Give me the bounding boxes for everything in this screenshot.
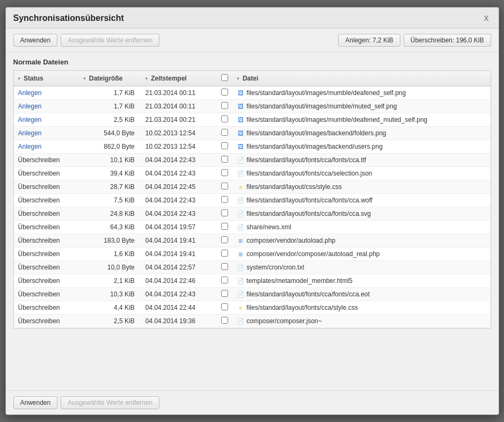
row-checkbox[interactable]	[221, 223, 228, 230]
cell-timestamp: 04.04.2014 22:44	[141, 301, 217, 315]
cell-checkbox	[217, 261, 232, 274]
row-checkbox[interactable]	[221, 303, 228, 310]
cell-checkbox	[217, 100, 232, 113]
file-generic-icon: 📄	[237, 197, 244, 204]
file-path: files/standard/layout/fonts/cca/fonts/cc…	[246, 290, 369, 298]
table-row: Überschreiben39,4 KiB04.04.2014 22:43📄fi…	[14, 167, 491, 180]
file-path: composer/composer.json~	[246, 317, 322, 325]
row-checkbox[interactable]	[221, 102, 228, 109]
cell-status: Anlegen	[14, 113, 79, 127]
image-icon: 🖼	[237, 129, 244, 137]
cell-file: 📄share/news.xml	[232, 221, 490, 234]
cell-status: Überschreiben	[14, 180, 79, 194]
table-row: Überschreiben4,4 KiB04.04.2014 22:44≡fil…	[14, 301, 491, 315]
close-button[interactable]: X	[481, 13, 491, 24]
table-row: Anlegen1,7 KiB21.03.2014 00:11🖼files/sta…	[14, 100, 491, 113]
row-checkbox[interactable]	[221, 209, 228, 216]
cell-timestamp: 04.04.2014 22:43	[141, 207, 217, 221]
image-icon: 🖼	[237, 103, 244, 110]
cell-checkbox	[217, 234, 232, 248]
cell-size: 39,4 KiB	[79, 167, 141, 180]
cell-file: 📄files/standard/layout/fonts/cca/fonts/c…	[232, 207, 490, 221]
row-checkbox[interactable]	[221, 263, 228, 270]
cell-status: Überschreiben	[14, 194, 79, 207]
table-row: Überschreiben2,5 KiB04.04.2014 19:36📄com…	[14, 315, 491, 328]
cell-size: 24,8 KiB	[79, 207, 141, 221]
cell-size: 862,0 Byte	[79, 140, 141, 154]
main-content: Normale Dateien • Status • Dateigröße • …	[6, 53, 499, 390]
files-table: • Status • Dateigröße • Zeitstempel • Da…	[14, 71, 491, 328]
row-checkbox[interactable]	[221, 196, 228, 203]
files-table-wrapper: • Status • Dateigröße • Zeitstempel • Da…	[13, 70, 491, 329]
row-checkbox[interactable]	[221, 142, 228, 149]
cell-size: 183,0 Byte	[79, 234, 141, 248]
row-checkbox[interactable]	[221, 290, 228, 297]
cell-checkbox	[217, 288, 232, 301]
cell-timestamp: 04.04.2014 22:43	[141, 194, 217, 207]
table-row: Anlegen2,5 KiB21.03.2014 00:21🖼files/sta…	[14, 113, 491, 127]
row-checkbox[interactable]	[221, 277, 228, 283]
cell-file: 📄files/standard/layout/fonts/cca/fonts/c…	[232, 154, 490, 167]
sync-dialog: Synchronisationsübersicht X Anwenden Aus…	[5, 7, 499, 415]
cell-checkbox	[217, 167, 232, 180]
cell-file: 🖼files/standard/layout/images/backend/fo…	[232, 127, 490, 140]
col-file: • Datei	[232, 71, 490, 86]
create-info: Anlegen: 7,2 KiB	[338, 34, 400, 47]
cell-checkbox	[217, 154, 232, 167]
file-generic-icon: 📄	[237, 210, 244, 217]
table-row: Überschreiben183,0 Byte04.04.2014 19:41⊞…	[14, 234, 491, 248]
row-checkbox[interactable]	[221, 169, 228, 176]
file-generic-icon: 📄	[237, 264, 244, 271]
cell-file: 🖼files/standard/layout/images/mumble/dea…	[232, 86, 490, 100]
row-checkbox[interactable]	[221, 89, 228, 96]
cell-size: 64,3 KiB	[79, 221, 141, 234]
remove-selected-button-bottom[interactable]: Ausgewählte Werte entfernen	[61, 396, 159, 409]
cell-size: 28,7 KiB	[79, 180, 141, 194]
file-path: files/standard/layout/images/mumble/mute…	[246, 103, 397, 110]
row-checkbox[interactable]	[221, 317, 228, 324]
table-row: Überschreiben28,7 KiB04.04.2014 22:45≡fi…	[14, 180, 491, 194]
cell-timestamp: 21.03.2014 00:11	[141, 100, 217, 113]
cell-size: 4,4 KiB	[79, 301, 141, 315]
apply-button[interactable]: Anwenden	[13, 34, 58, 47]
cell-file: 🖼files/standard/layout/images/mumble/mut…	[232, 100, 490, 113]
cell-file: ≡files/standard/layout/css/style.css	[232, 180, 490, 194]
table-row: Überschreiben10,1 KiB04.04.2014 22:43📄fi…	[14, 154, 491, 167]
cell-checkbox	[217, 127, 232, 140]
row-checkbox[interactable]	[221, 156, 228, 163]
cell-size: 544,0 Byte	[79, 127, 141, 140]
cell-timestamp: 04.04.2014 22:43	[141, 167, 217, 180]
cell-checkbox	[217, 274, 232, 288]
file-generic-icon: 📄	[237, 156, 244, 164]
cell-size: 1,6 KiB	[79, 248, 141, 261]
cell-timestamp: 04.04.2014 19:41	[141, 248, 217, 261]
row-checkbox[interactable]	[221, 115, 228, 122]
db-icon: ⊞	[237, 237, 244, 244]
cell-file: 📄files/standard/layout/fonts/cca/fonts/c…	[232, 288, 490, 301]
file-generic-icon: 📄	[237, 290, 244, 298]
cell-checkbox	[217, 301, 232, 315]
remove-selected-button[interactable]: Ausgewählte Werte entfernen	[61, 34, 159, 47]
file-generic-icon: 📄	[237, 170, 244, 177]
row-checkbox[interactable]	[221, 183, 228, 190]
cell-checkbox	[217, 86, 232, 100]
select-all-checkbox[interactable]	[221, 74, 228, 81]
file-generic-icon: 📄	[237, 223, 244, 231]
row-checkbox[interactable]	[221, 129, 228, 136]
cell-file: ⊞composer/vendor/autoload.php	[232, 234, 490, 248]
file-path: files/standard/layout/images/mumble/deaf…	[246, 89, 406, 97]
cell-checkbox	[217, 113, 232, 127]
cell-checkbox	[217, 180, 232, 194]
table-row: Überschreiben10,3 KiB04.04.2014 22:43📄fi…	[14, 288, 491, 301]
cell-timestamp: 04.04.2014 19:41	[141, 234, 217, 248]
cell-file: 📄files/standard/layout/fonts/cca/fonts/c…	[232, 194, 490, 207]
cell-checkbox	[217, 140, 232, 154]
css-icon: ≡	[237, 304, 244, 311]
table-row: Anlegen862,0 Byte10.02.2013 12:54🖼files/…	[14, 140, 491, 154]
file-generic-icon: 📄	[237, 317, 244, 325]
file-path: share/news.xml	[246, 223, 291, 231]
row-checkbox[interactable]	[221, 250, 228, 257]
overwrite-info: Überschreiben: 196,0 KiB	[404, 34, 491, 47]
apply-button-bottom[interactable]: Anwenden	[13, 396, 58, 409]
row-checkbox[interactable]	[221, 236, 228, 243]
